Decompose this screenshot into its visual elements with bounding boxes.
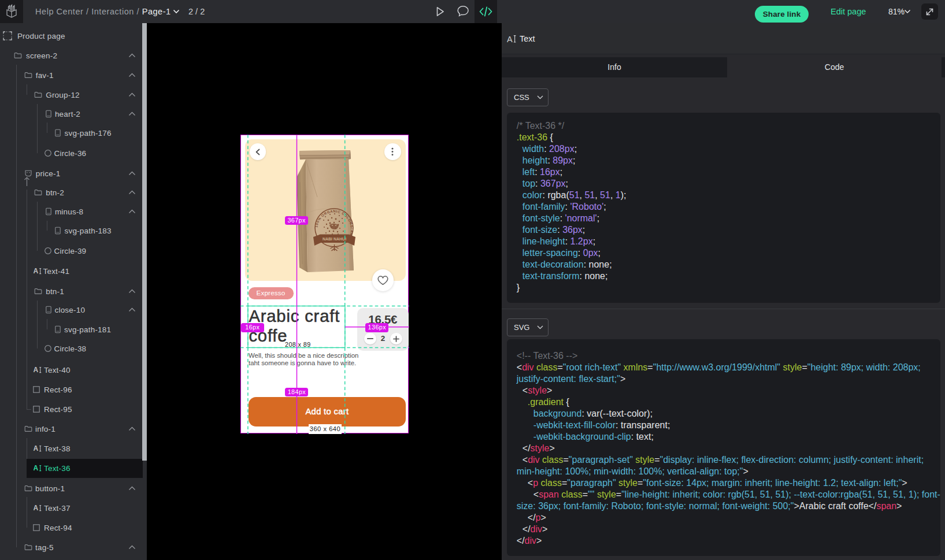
svg-text:A: A bbox=[34, 444, 39, 453]
svg-text:A: A bbox=[507, 35, 513, 43]
svg-text:A: A bbox=[34, 267, 39, 275]
svg-text:A: A bbox=[34, 366, 39, 374]
svg-text:A: A bbox=[34, 464, 39, 472]
svg-text:A: A bbox=[34, 504, 39, 512]
